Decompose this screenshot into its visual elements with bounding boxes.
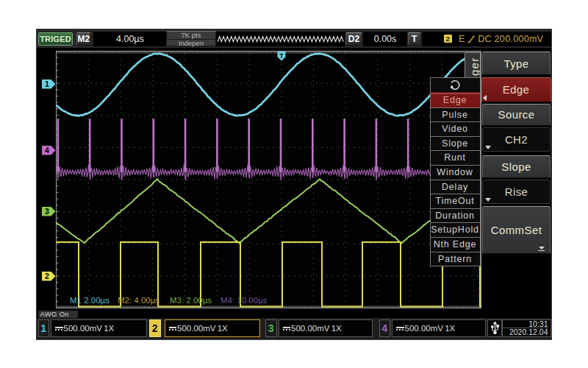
svg-text:T: T — [279, 52, 284, 60]
